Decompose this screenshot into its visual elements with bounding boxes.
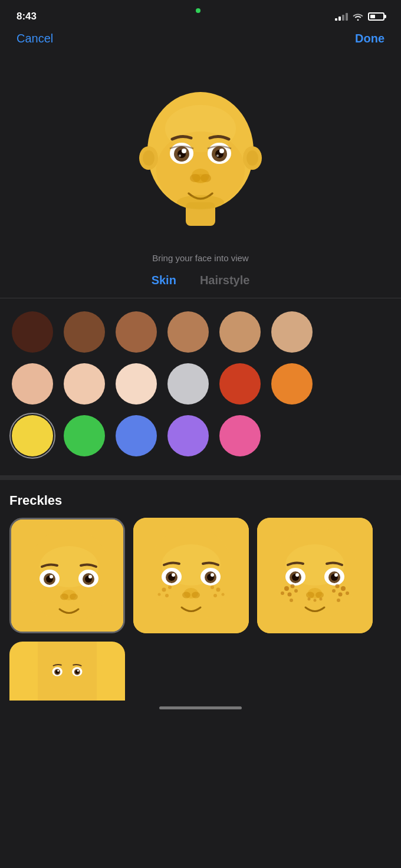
svg-point-76 [281, 591, 284, 595]
face-hint: Bring your face into view [152, 253, 248, 263]
svg-point-16 [179, 154, 181, 157]
freckle-item-light[interactable] [133, 518, 249, 633]
status-dot [196, 8, 200, 13]
signal-icon [335, 12, 348, 21]
color-swatch-c17[interactable] [219, 415, 261, 456]
svg-point-81 [338, 593, 343, 597]
svg-point-79 [341, 586, 346, 591]
color-swatch-c7[interactable] [12, 363, 53, 405]
color-swatch-c10[interactable] [167, 363, 209, 405]
svg-point-75 [288, 593, 292, 597]
svg-point-84 [337, 599, 340, 602]
freckles-title: Freckles [9, 493, 392, 508]
svg-point-53 [165, 594, 169, 597]
color-swatch-c13[interactable] [12, 415, 53, 456]
wifi-icon [353, 12, 363, 21]
svg-point-51 [162, 588, 166, 592]
freckle-face-partial [9, 642, 125, 701]
status-time: 8:43 [17, 11, 37, 22]
color-swatch-c14[interactable] [64, 415, 105, 456]
svg-point-89 [45, 646, 88, 695]
svg-point-47 [211, 573, 214, 577]
status-icons [335, 12, 384, 21]
svg-point-49 [182, 592, 190, 599]
svg-point-82 [346, 591, 349, 595]
freckle-item-none[interactable] [9, 518, 125, 633]
color-picker-section [0, 298, 401, 473]
svg-point-97 [77, 670, 79, 672]
color-swatch-c6[interactable] [271, 311, 313, 353]
avatar-area: Bring your face into view Skin Hairstyle [0, 55, 401, 298]
color-swatch-c5[interactable] [219, 311, 261, 353]
svg-point-83 [332, 589, 336, 593]
tab-skin[interactable]: Skin [152, 274, 176, 292]
svg-point-77 [294, 589, 298, 593]
section-divider [0, 475, 401, 480]
svg-point-71 [306, 592, 314, 599]
battery-icon [368, 12, 384, 21]
svg-point-4 [143, 150, 155, 166]
svg-point-5 [246, 150, 258, 166]
svg-point-17 [216, 154, 219, 157]
svg-point-55 [216, 588, 221, 592]
svg-point-33 [88, 575, 92, 578]
color-swatch-c15[interactable] [116, 415, 157, 456]
freckle-item-heavy[interactable] [257, 518, 373, 633]
svg-point-46 [172, 573, 175, 577]
avatar-container [124, 67, 277, 244]
color-swatch-c2[interactable] [64, 311, 105, 353]
category-tabs: Skin Hairstyle [135, 274, 267, 292]
freckles-grid [9, 518, 392, 633]
svg-point-56 [211, 586, 214, 589]
svg-point-35 [60, 594, 68, 600]
svg-point-73 [284, 586, 289, 591]
svg-point-21 [193, 174, 208, 183]
svg-point-68 [295, 573, 299, 577]
svg-point-78 [290, 599, 293, 602]
freckles-section: Freckles [0, 480, 401, 701]
color-swatch-c12[interactable] [271, 363, 313, 405]
top-nav: Cancel Done [0, 29, 401, 55]
svg-point-50 [192, 592, 200, 599]
color-swatch-c4[interactable] [167, 311, 209, 353]
svg-point-57 [213, 594, 217, 597]
color-swatch-c11[interactable] [219, 363, 261, 405]
cancel-button[interactable]: Cancel [17, 32, 53, 45]
svg-point-74 [291, 584, 295, 588]
color-swatch-c1[interactable] [12, 311, 53, 353]
svg-point-96 [57, 670, 59, 672]
svg-point-52 [168, 586, 172, 589]
svg-point-87 [320, 598, 323, 601]
svg-point-36 [70, 594, 78, 600]
svg-point-85 [308, 598, 311, 601]
svg-point-32 [50, 575, 53, 578]
color-swatch-c8[interactable] [64, 363, 105, 405]
freckle-item-partial[interactable] [9, 642, 125, 701]
color-swatch-c16[interactable] [167, 415, 209, 456]
svg-point-15 [219, 149, 224, 153]
status-bar: 8:43 [0, 0, 401, 29]
done-button[interactable]: Done [355, 32, 384, 45]
tab-hairstyle[interactable]: Hairstyle [200, 274, 250, 292]
freckle-face-light [133, 518, 249, 633]
color-row-2 [12, 363, 389, 405]
freckle-face-none [11, 520, 125, 633]
freckle-face-heavy [257, 518, 373, 633]
svg-point-22 [177, 195, 224, 209]
svg-point-80 [336, 584, 340, 588]
svg-point-69 [334, 573, 338, 577]
color-swatch-c9[interactable] [116, 363, 157, 405]
freckles-row2 [9, 642, 392, 701]
color-swatch-c3[interactable] [116, 311, 157, 353]
color-row-1 [12, 311, 389, 353]
svg-point-58 [222, 593, 225, 596]
svg-point-86 [314, 599, 317, 602]
svg-point-54 [158, 593, 161, 596]
svg-point-72 [315, 592, 324, 599]
memoji-preview [136, 75, 265, 235]
home-indicator [159, 706, 242, 709]
color-row-3 [12, 415, 389, 456]
svg-point-14 [182, 149, 186, 153]
